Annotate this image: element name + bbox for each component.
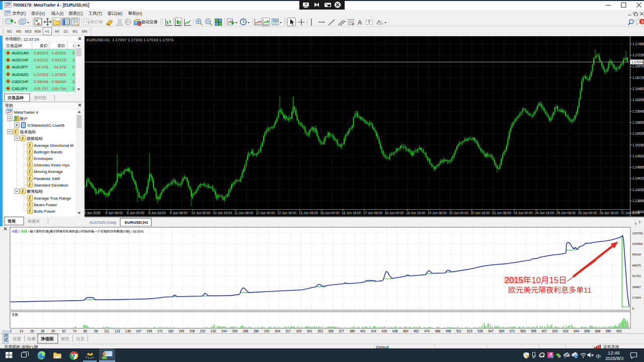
svg-text:1.07926: 1.07926 [52,72,66,77]
svg-text:Bears Power: Bears Power [34,203,57,207]
svg-text:2: 2 [72,65,75,69]
svg-text:1.15690: 1.15690 [632,121,644,124]
svg-text:10: 10 [532,276,541,285]
svg-text:12 Jun 16:00: 12 Jun 16:00 [277,211,296,215]
svg-text:0.52215: 0.52215 [52,58,66,62]
svg-text:M15: M15 [25,30,31,33]
svg-text:AUDCAD: AUDCAD [12,51,29,55]
svg-text:17244: 17244 [632,296,641,299]
svg-text:280: 280 [254,329,259,333]
svg-text:2015: 2015 [505,276,523,285]
svg-text:) / 99.90%: ) / 99.90% [129,230,144,234]
svg-text:3: 3 [72,51,75,55]
svg-text:2025/8/3: 2025/8/3 [605,356,623,361]
svg-text:3: 3 [72,58,75,62]
svg-text:1.07923: 1.07923 [34,72,48,77]
svg-text:105.759: 105.759 [52,86,66,91]
svg-text:1.15180: 1.15180 [632,143,644,147]
svg-text:14: 14 [20,329,24,333]
svg-text:/: / [19,230,21,233]
svg-text:Bollinger Bands: Bollinger Bands [34,150,62,154]
svg-text:Average True Range: Average True Range [34,196,71,201]
svg-text:244: 244 [221,329,227,333]
svg-text:/: / [28,230,30,233]
svg-text:0: 0 [632,307,634,310]
svg-text:AUDNZD,Daily: AUDNZD,Daily [90,220,116,225]
svg-text:559: 559 [499,329,505,333]
svg-text:86: 86 [84,329,88,333]
svg-text:F: F [352,23,354,26]
svg-text:159: 159 [147,329,152,333]
svg-text:1.14920: 1.14920 [632,154,644,158]
svg-text:0.89326: 0.89326 [52,51,66,55]
svg-text:H4: H4 [55,30,59,33]
svg-text:Parabolic SAR: Parabolic SAR [34,176,60,181]
svg-text:D1: D1 [64,30,68,33]
svg-text:: 12:37:24: : 12:37:24 [21,37,39,42]
svg-text:23 Jun 08:00: 23 Jun 08:00 [492,211,511,215]
svg-text:462: 462 [414,329,419,333]
svg-text:(V): (V) [39,12,45,16]
svg-text:438: 438 [392,329,398,333]
svg-text:680: 680 [606,329,611,333]
svg-text:111: 111 [104,329,109,333]
svg-text:T: T [368,20,370,25]
svg-text:18 Jun 00:00: 18 Jun 00:00 [384,211,404,215]
svg-text:20 Jun 16:00: 20 Jun 16:00 [470,211,490,215]
svg-text:365: 365 [328,329,334,333]
svg-text:CADJPY: CADJPY [12,86,28,91]
svg-text:1.13640: 1.13640 [632,210,644,214]
svg-text:86218: 86218 [632,252,641,256]
svg-text:Envelopes: Envelopes [34,156,53,161]
svg-text:0: 0 [10,329,12,333]
svg-text:329: 329 [296,329,302,333]
svg-text:26 Jun 16:00: 26 Jun 16:00 [599,211,618,215]
svg-text:3: 3 [72,72,75,77]
svg-text:51731: 51731 [632,274,641,278]
svg-text:EURUSD,H1 1.17097 1.17103 1.1: EURUSD,H1 1.17097 1.17103 1.17016 1.1707… [87,38,174,42]
svg-text:M30: M30 [34,30,41,33]
svg-text:MN: MN [82,30,88,33]
svg-text:1.15945: 1.15945 [632,110,644,113]
svg-text:0.58449: 0.58449 [52,79,66,84]
svg-text:486: 486 [435,329,440,333]
svg-text:195: 195 [179,329,184,333]
svg-text:583: 583 [520,329,526,333]
svg-text:5 Jun 08:00: 5 Jun 08:00 [106,211,123,215]
svg-text:11 Jun 08:00: 11 Jun 08:00 [234,211,254,215]
svg-text:50: 50 [51,329,55,333]
svg-text:1.16975: 1.16975 [632,64,644,68]
svg-text:16 Jun 00:00: 16 Jun 00:00 [320,211,339,215]
svg-text:256: 256 [232,329,237,333]
svg-text:70056179: MetaTrader 4 - [EURU: 70056179: MetaTrader 4 - [EURUSD,H1] [13,3,90,8]
svg-text:414: 414 [371,329,376,333]
svg-text:M1: M1 [7,30,12,33]
svg-text:620: 620 [552,329,558,333]
svg-text:1.17074: 1.17074 [631,60,643,64]
svg-text:(F): (F) [21,12,26,16]
svg-text:450: 450 [403,329,409,333]
svg-text:26: 26 [30,329,34,333]
svg-text:171: 171 [157,329,163,333]
svg-text:668: 668 [595,329,601,333]
svg-text:607: 607 [542,329,547,333]
svg-text:341: 341 [307,329,312,333]
svg-text:AUDNZD: AUDNZD [12,72,29,77]
svg-text:AUDCHF: AUDCHF [12,58,29,62]
svg-text:0.89323: 0.89323 [34,51,48,55]
svg-text:(W): (W) [116,12,122,16]
svg-text:523: 523 [467,329,472,333]
svg-text:1.15435: 1.15435 [632,132,644,135]
svg-text:1: 1 [641,19,644,24]
svg-text:6 Jun 16:00: 6 Jun 16:00 [148,211,166,215]
svg-text:401: 401 [360,329,366,333]
svg-text:632: 632 [563,329,569,333]
svg-text:18 Jun 16:00: 18 Jun 16:00 [406,211,425,215]
svg-text:183: 183 [168,329,174,333]
svg-text:16 Jun 16:00: 16 Jun 16:00 [342,211,361,215]
svg-text:12 Jun 00:00: 12 Jun 00:00 [256,211,275,215]
svg-text:94.478: 94.478 [54,65,66,69]
svg-text:268: 268 [243,329,249,333]
svg-text:498: 498 [446,329,451,333]
svg-text:511: 511 [456,329,462,333]
